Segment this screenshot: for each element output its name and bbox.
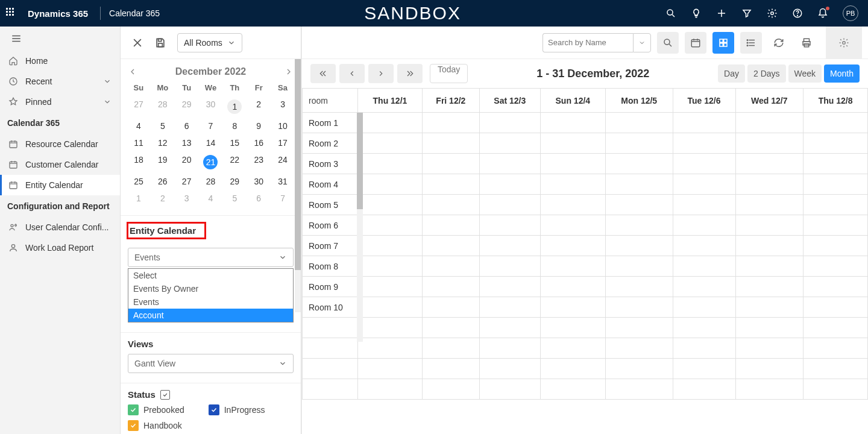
mini-day[interactable]: 11 — [127, 134, 151, 151]
grid-cell[interactable] — [540, 133, 605, 154]
grid-cell[interactable] — [479, 154, 540, 174]
mini-day[interactable]: 24 — [271, 151, 295, 173]
grid-cell[interactable] — [422, 133, 479, 154]
views-select[interactable]: Gantt View — [128, 354, 294, 373]
mini-day[interactable]: 6 — [247, 190, 271, 207]
help-icon[interactable] — [792, 8, 803, 19]
grid-cell[interactable] — [479, 113, 540, 133]
search-button[interactable] — [657, 32, 679, 54]
app-launcher-icon[interactable] — [6, 8, 17, 19]
nav-recent[interactable]: Recent — [0, 71, 120, 92]
nav-pinned[interactable]: Pinned — [0, 92, 120, 112]
mini-day[interactable]: 2 — [247, 96, 271, 118]
grid-cell[interactable] — [673, 215, 735, 236]
grid-cell[interactable] — [422, 113, 479, 133]
room-cell[interactable]: Room 3 — [303, 154, 358, 174]
mini-day[interactable]: 2 — [151, 190, 175, 207]
app-label[interactable]: Calendar 365 — [109, 8, 160, 18]
calendar-picker-button[interactable] — [685, 32, 706, 54]
grid-cell[interactable] — [804, 113, 868, 133]
grid-cell[interactable] — [479, 277, 540, 297]
avatar[interactable]: PB — [843, 5, 858, 21]
mini-day[interactable]: 13 — [175, 134, 199, 151]
mini-day[interactable]: 5 — [151, 118, 175, 134]
mini-day[interactable]: 3 — [175, 190, 199, 207]
save-button[interactable] — [154, 37, 166, 49]
gear-icon[interactable] — [767, 8, 778, 19]
nav-work-load-report[interactable]: Work Load Report — [0, 237, 120, 258]
grid-cell[interactable] — [479, 256, 540, 277]
hamburger-icon[interactable] — [0, 27, 120, 51]
grid-cell[interactable] — [673, 195, 735, 215]
mini-day[interactable]: 25 — [127, 173, 151, 190]
grid-cell[interactable] — [358, 154, 423, 174]
chevron-right-icon[interactable] — [284, 67, 294, 77]
mini-day[interactable]: 12 — [151, 134, 175, 151]
mini-day[interactable]: 4 — [127, 118, 151, 134]
next-fast-button[interactable] — [397, 64, 423, 83]
range-button[interactable]: Month — [824, 64, 860, 83]
grid-cell[interactable] — [358, 133, 423, 154]
grid-cell[interactable] — [605, 133, 673, 154]
grid-cell[interactable] — [804, 154, 868, 174]
grid-cell[interactable] — [422, 215, 479, 236]
range-button[interactable]: 2 Days — [747, 64, 786, 83]
entity-option[interactable]: Account — [128, 309, 293, 322]
grid-cell[interactable] — [673, 256, 735, 277]
grid-cell[interactable] — [735, 236, 803, 256]
room-filter-select[interactable]: All Rooms — [177, 33, 242, 52]
search-input[interactable] — [542, 33, 633, 52]
grid-cell[interactable] — [804, 133, 868, 154]
brand-label[interactable]: Dynamics 365 — [28, 8, 88, 19]
room-cell[interactable]: Room 8 — [303, 256, 358, 277]
grid-cell[interactable] — [358, 277, 423, 297]
grid-cell[interactable] — [358, 215, 423, 236]
prev-fast-button[interactable] — [310, 64, 336, 83]
grid-cell[interactable] — [804, 215, 868, 236]
status-item[interactable]: InProgress — [209, 404, 265, 415]
entity-option[interactable]: Select — [128, 269, 293, 282]
grid-cell[interactable] — [804, 174, 868, 195]
mini-day[interactable]: 5 — [222, 190, 247, 207]
mini-day[interactable]: 27 — [175, 173, 199, 190]
grid-view-button[interactable] — [712, 32, 734, 54]
mini-day[interactable]: 4 — [199, 190, 223, 207]
mini-day[interactable]: 10 — [271, 118, 295, 134]
mini-day[interactable]: 31 — [271, 173, 295, 190]
grid-cell[interactable] — [479, 133, 540, 154]
search-dropdown-button[interactable] — [633, 33, 651, 52]
mini-day[interactable]: 30 — [199, 96, 223, 118]
room-cell[interactable]: Room 1 — [303, 113, 358, 133]
grid-cell[interactable] — [804, 256, 868, 277]
grid-cell[interactable] — [605, 113, 673, 133]
grid-cell[interactable] — [735, 195, 803, 215]
nav-customer-calendar[interactable]: Customer Calendar — [0, 154, 120, 175]
grid-cell[interactable] — [673, 113, 735, 133]
nav-user-calendar-config[interactable]: User Calendar Confi... — [0, 217, 120, 237]
room-cell[interactable]: Room 9 — [303, 277, 358, 297]
nav-resource-calendar[interactable]: Resource Calendar — [0, 134, 120, 154]
grid-cell[interactable] — [673, 277, 735, 297]
grid-scrollbar[interactable] — [357, 113, 363, 342]
status-item[interactable]: Prebooked — [128, 404, 184, 415]
room-cell[interactable]: Room 10 — [303, 297, 358, 318]
grid-cell[interactable] — [605, 154, 673, 174]
panel-settings-button[interactable] — [826, 27, 862, 58]
grid-cell[interactable] — [735, 113, 803, 133]
grid-cell[interactable] — [605, 297, 673, 318]
plus-icon[interactable] — [716, 8, 727, 19]
mini-day[interactable]: 29 — [175, 96, 199, 118]
entity-option[interactable]: Events — [128, 295, 293, 309]
next-button[interactable] — [368, 64, 394, 83]
entity-option[interactable]: Events By Owner — [128, 282, 293, 295]
grid-cell[interactable] — [735, 154, 803, 174]
bell-icon[interactable] — [817, 8, 828, 19]
grid-cell[interactable] — [358, 256, 423, 277]
grid-cell[interactable] — [540, 236, 605, 256]
list-view-button[interactable] — [740, 32, 762, 54]
grid-cell[interactable] — [479, 215, 540, 236]
mini-day[interactable]: 20 — [175, 151, 199, 173]
grid-cell[interactable] — [479, 236, 540, 256]
grid-cell[interactable] — [540, 174, 605, 195]
grid-cell[interactable] — [422, 236, 479, 256]
